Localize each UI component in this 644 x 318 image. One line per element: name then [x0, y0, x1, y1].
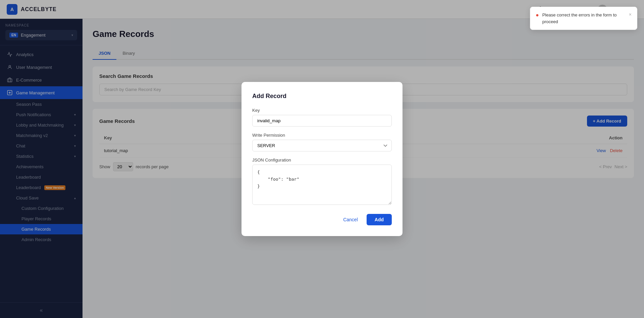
json-config-textarea[interactable]: { "foo": "bar" }	[252, 165, 392, 205]
add-button[interactable]: Add	[367, 214, 392, 225]
key-form-group: Key	[252, 108, 392, 127]
json-config-form-group: JSON Configuration { "foo": "bar" }	[252, 157, 392, 206]
write-permission-form-group: Write Permission PUBLIC SERVER CLIENT	[252, 133, 392, 151]
write-permission-select[interactable]: PUBLIC SERVER CLIENT	[252, 140, 392, 151]
toast-message: Please correct the errors in the form to…	[542, 12, 624, 25]
json-config-label: JSON Configuration	[252, 157, 392, 163]
toast-error-icon: ●	[536, 12, 539, 18]
key-label: Key	[252, 108, 392, 113]
modal-title: Add Record	[252, 93, 392, 100]
modal-overlay: Add Record Key Write Permission PUBLIC S…	[0, 0, 644, 318]
modal-actions: Cancel Add	[252, 214, 392, 225]
write-permission-label: Write Permission	[252, 133, 392, 138]
toast-notification: ● Please correct the errors in the form …	[530, 7, 637, 30]
cancel-button[interactable]: Cancel	[338, 214, 363, 225]
add-record-modal: Add Record Key Write Permission PUBLIC S…	[241, 82, 402, 236]
key-input[interactable]	[252, 115, 392, 127]
toast-close-button[interactable]: ×	[629, 12, 632, 17]
